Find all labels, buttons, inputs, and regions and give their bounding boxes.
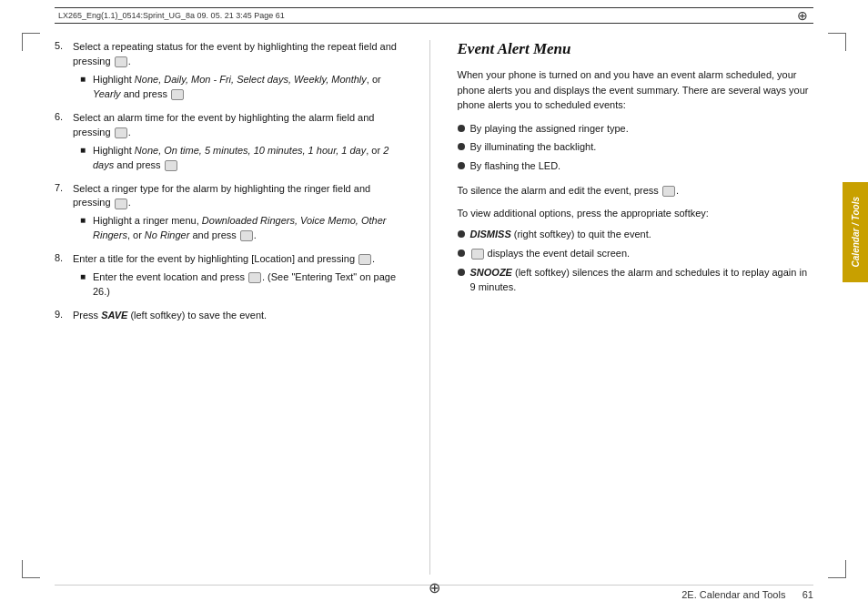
header-bar: LX265_Eng(1.1)_0514:Sprint_UG_8a 09. 05.…: [55, 7, 813, 24]
bullet-dot-2: [458, 143, 465, 150]
bullet-text-3: By flashing the LED.: [470, 159, 561, 174]
left-column: 5. Select a repeating status for the eve…: [55, 33, 411, 575]
bullet-text-dismiss: DISMISS (right softkey) to quit the even…: [470, 228, 651, 242]
sub-bullet-text-6: Highlight None, On time, 5 minutes, 10 m…: [93, 144, 411, 173]
crosshair-icon: [795, 8, 810, 23]
bullet-dot-snooze: [458, 269, 465, 276]
bullet-led: By flashing the LED.: [458, 159, 814, 174]
bullet-text-2: By illuminating the backlight.: [470, 140, 597, 155]
key-icon-5: [171, 89, 184, 100]
highlight-options-6: None, On time, 5 minutes, 10 minutes, 1 …: [135, 145, 366, 156]
key-icon-silence: [662, 186, 675, 197]
list-item-6: 6. Select an alarm time for the event by…: [55, 111, 411, 173]
bottom-crosshair-icon: ⊕: [429, 579, 440, 596]
corner-mark-tr: [828, 33, 846, 51]
item-content-5: Select a repeating status for the event …: [73, 40, 411, 102]
header-text: LX265_Eng(1.1)_0514:Sprint_UG_8a 09. 05.…: [58, 11, 285, 20]
sub-bullet-text-8: Enter the event location and press . (Se…: [93, 270, 411, 300]
bullet-dot-dismiss: [458, 230, 465, 238]
footer-page: 61: [802, 589, 813, 600]
footer-chapter: 2E. Calendar and Tools: [681, 589, 785, 600]
corner-mark-br: [828, 560, 846, 578]
corner-mark-tl: [22, 33, 40, 51]
bullet-dismiss: DISMISS (right softkey) to quit the even…: [458, 228, 814, 242]
item-number-6: 6.: [55, 111, 69, 173]
silence-text: To silence the alarm and edit the event,…: [458, 185, 659, 196]
highlight-yearly: Yearly: [93, 88, 121, 99]
section-intro: When your phone is turned on and you hav…: [458, 67, 814, 113]
item-content-7: Select a ringer type for the alarm by hi…: [73, 182, 411, 244]
bullet-text-key: displays the event detail screen.: [470, 247, 631, 261]
key-icon-6a: [115, 127, 127, 138]
key-icon: [115, 56, 127, 67]
snooze-label: SNOOZE: [470, 267, 512, 278]
item-text-5: Select a repeating status for the event …: [73, 41, 397, 66]
bullet-snooze: SNOOZE (left softkey) silences the alarm…: [458, 266, 814, 295]
sub-bullet-marker-8: ■: [80, 270, 89, 300]
list-item-8: 8. Enter a title for the event by highli…: [55, 252, 411, 300]
bullet-key-display: displays the event detail screen.: [458, 247, 814, 261]
item-number-7: 7.: [55, 182, 69, 244]
item-text-6: Select an alarm time for the event by hi…: [73, 112, 374, 137]
silence-para: To silence the alarm and edit the event,…: [458, 183, 814, 199]
side-tab: Calendar / Tools: [843, 182, 868, 282]
sub-bullet-8: ■ Enter the event location and press . (…: [80, 270, 411, 300]
list-item-9: 9. Press SAVE (left softkey) to save the…: [55, 309, 411, 323]
alert-bullets: By playing the assigned ringer type. By …: [458, 122, 814, 175]
column-divider: [429, 40, 430, 575]
sub-bullet-text-7: Highlight a ringer menu, Downloaded Ring…: [93, 214, 411, 243]
main-content: 5. Select a repeating status for the eve…: [55, 33, 813, 575]
key-icon-8b: [248, 272, 261, 283]
bullet-text-1: By playing the assigned ringer type.: [470, 122, 629, 137]
page-container: LX265_Eng(1.1)_0514:Sprint_UG_8a 09. 05.…: [0, 0, 868, 611]
key-icon-7a: [115, 199, 127, 209]
bullet-dot-1: [458, 125, 465, 132]
list-item-7: 7. Select a ringer type for the alarm by…: [55, 182, 411, 244]
side-tab-text: Calendar / Tools: [851, 197, 861, 267]
key-icon-8a: [358, 254, 371, 265]
item-number-9: 9.: [55, 309, 69, 323]
key-icon-detail: [471, 249, 484, 260]
key-icon-7b: [240, 230, 253, 241]
dismiss-label: DISMISS: [470, 229, 511, 239]
bullet-backlight: By illuminating the backlight.: [458, 140, 814, 155]
sub-bullet-marker-7: ■: [80, 214, 89, 243]
item-content-8: Enter a title for the event by highlight…: [73, 252, 411, 300]
item-content-6: Select an alarm time for the event by hi…: [73, 111, 411, 173]
key-icon-6b: [165, 160, 177, 171]
sub-bullet-marker: ■: [80, 73, 89, 102]
highlight-no-ringer: No Ringer: [145, 229, 190, 240]
highlight-options-5: None, Daily, Mon - Fri, Select days, Wee…: [135, 74, 367, 85]
section-title: Event Alert Menu: [458, 40, 814, 58]
bullet-dot-key: [458, 249, 465, 257]
item-number-5: 5.: [55, 40, 69, 102]
options-para: To view additional options, press the ap…: [458, 206, 814, 221]
bullet-playing: By playing the assigned ringer type.: [458, 122, 814, 137]
save-label: SAVE: [101, 310, 127, 321]
sub-bullet-6: ■ Highlight None, On time, 5 minutes, 10…: [80, 144, 411, 173]
softkey-bullets: DISMISS (right softkey) to quit the even…: [458, 228, 814, 295]
footer-text: 2E. Calendar and Tools 61: [681, 589, 813, 600]
item-content-9: Press SAVE (left softkey) to save the ev…: [73, 309, 411, 323]
sub-bullet-marker-6: ■: [80, 144, 89, 173]
corner-mark-bl: [22, 560, 40, 578]
numbered-list: 5. Select a repeating status for the eve…: [55, 40, 411, 323]
bullet-text-snooze: SNOOZE (left softkey) silences the alarm…: [470, 266, 814, 295]
list-item-5: 5. Select a repeating status for the eve…: [55, 40, 411, 102]
sub-bullet-text-5: Highlight None, Daily, Mon - Fri, Select…: [93, 73, 411, 102]
item-number-8: 8.: [55, 252, 69, 300]
item-text-9: Press SAVE (left softkey) to save the ev…: [73, 310, 267, 321]
sub-bullet-5: ■ Highlight None, Daily, Mon - Fri, Sele…: [80, 73, 411, 102]
sub-bullet-7: ■ Highlight a ringer menu, Downloaded Ri…: [80, 214, 411, 243]
item-text-8: Enter a title for the event by highlight…: [73, 253, 375, 264]
right-column: Event Alert Menu When your phone is turn…: [449, 33, 814, 575]
bullet-dot-3: [458, 162, 465, 169]
item-text-7: Select a ringer type for the alarm by hi…: [73, 183, 370, 209]
